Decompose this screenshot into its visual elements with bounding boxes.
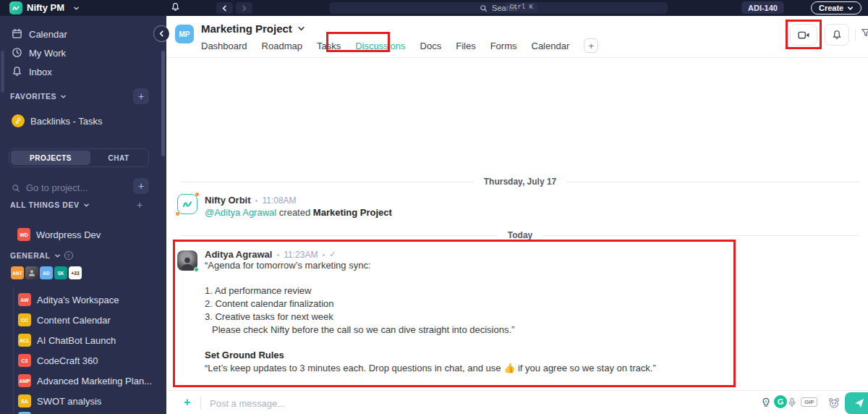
nifty-logo-icon[interactable] (9, 1, 22, 14)
project-label: Wordpress Dev (36, 229, 101, 240)
project-avatar[interactable]: MP (175, 25, 194, 43)
tab-roadmap[interactable]: Roadmap (262, 41, 302, 51)
microphone-icon[interactable] (787, 397, 797, 407)
sidebar-item-codecraft-360[interactable]: C3 CodeCraft 360 (18, 352, 98, 368)
avatar: ANT (11, 266, 24, 279)
search-icon (12, 184, 20, 193)
go-to-project-search[interactable]: Go to project... (12, 182, 88, 193)
add-to-dev-button[interactable]: + (137, 199, 142, 211)
add-tab-button[interactable]: + (584, 38, 598, 53)
sidebar-item-construction-project[interactable]: Construction project miles... (18, 410, 153, 414)
tree-guide-line (13, 286, 14, 414)
chevron-down-icon (60, 93, 67, 100)
sidebar-item-my-work[interactable]: My Work (0, 44, 166, 63)
create-button[interactable]: Create (811, 1, 861, 14)
paper-plane-icon (854, 397, 865, 409)
favorites-section-header[interactable]: FAVORITES (10, 92, 67, 101)
grammarly-icon[interactable]: G (774, 395, 787, 408)
inbox-bell-icon (12, 66, 22, 77)
message-line: 2. Content calendar finalization (205, 297, 762, 310)
emoji-icon[interactable] (828, 397, 840, 409)
online-status-dot (194, 267, 199, 272)
system-project-name: Marketing Project (313, 207, 392, 218)
system-message-header: Nifty Orbit • 11:08AM (205, 195, 297, 206)
collapse-sidebar-button[interactable] (154, 26, 169, 41)
general-members-avatars[interactable]: ANT AD SK +33 (11, 266, 82, 279)
tab-dashboard[interactable]: Dashboard (201, 41, 247, 51)
tab-tasks[interactable]: Tasks (317, 41, 341, 51)
message-time: 11:23AM (284, 250, 318, 260)
project-badge: AW (18, 293, 31, 306)
system-message-body: @Aditya Agrawal created Marketing Projec… (205, 207, 392, 218)
system-action-text: created (279, 207, 310, 218)
chevron-down-icon (297, 25, 305, 33)
sidebar-left-scrollbar[interactable] (1, 51, 4, 93)
send-message-button[interactable] (845, 392, 868, 414)
nifty-orbit-avatar[interactable] (177, 194, 197, 214)
message-header: Aditya Agrawal • 11:23AM • ✓ (205, 249, 336, 260)
calendar-icon (12, 28, 22, 39)
gif-button[interactable]: GIF (801, 397, 817, 407)
separator-dot: • (322, 250, 325, 259)
sidebar-item-label: My Work (29, 48, 66, 59)
today-divider: Today (181, 230, 859, 240)
general-section-header[interactable]: GENERAL ? (10, 251, 73, 260)
filter-funnel-icon[interactable] (861, 28, 868, 38)
history-forward-button[interactable] (236, 2, 252, 14)
link-icon (12, 114, 25, 127)
project-title-row[interactable]: Marketing Project (201, 22, 305, 35)
tab-docs[interactable]: Docs (420, 41, 442, 51)
message-author[interactable]: Aditya Agrawal (205, 249, 272, 260)
message-line: Please check Nifty before the call so we… (205, 324, 762, 337)
sidebar-item-wordpress-dev[interactable]: WD Wordpress Dev (17, 227, 101, 242)
sidebar-item-ai-chatbot-launch[interactable]: ACL AI ChatBot Launch (18, 332, 116, 348)
sidebar-item-backlinks-tasks[interactable]: Backlinks - Tasks (0, 112, 166, 131)
tab-discussions[interactable]: Discussions (355, 41, 405, 51)
sidebar-item-inbox[interactable]: Inbox (0, 63, 166, 82)
video-call-button[interactable] (790, 24, 817, 46)
project-label: AI ChatBot Launch (37, 335, 116, 346)
tab-calendar[interactable]: Calendar (532, 41, 570, 51)
brand-chevron-down-icon[interactable] (73, 5, 80, 12)
message-author[interactable]: Nifty Orbit (205, 195, 251, 206)
notifications-button[interactable] (825, 24, 849, 46)
orbit-dot (195, 193, 199, 196)
sidebar-item-content-calendar[interactable]: CC Content Calendar (18, 312, 111, 328)
lightbulb-icon[interactable] (761, 397, 771, 407)
avatar: SK (54, 266, 67, 279)
add-favorite-button[interactable]: + (133, 88, 149, 104)
chevron-down-icon (54, 253, 61, 259)
app-window: Nifty PM Search Ctrl K ADI-140 Create (0, 0, 868, 414)
sidebar-item-advanced-marketing-plan[interactable]: AMP Advanced Marketing Plan... (18, 373, 152, 389)
tab-forms[interactable]: Forms (490, 41, 517, 51)
sidebar-item-adityas-workspace[interactable]: AW Aditya's Workspace (18, 292, 119, 308)
sidebar-item-calendar[interactable]: Calendar (0, 25, 166, 44)
main-content: MP Marketing Project Dashboard Roadmap T… (166, 16, 868, 414)
tab-files[interactable]: Files (456, 41, 475, 51)
all-things-dev-section-header[interactable]: ALL THINGS DEV (10, 200, 90, 209)
sidebar-scrollbar[interactable] (161, 51, 165, 156)
topbar-bell-icon[interactable] (171, 2, 180, 12)
add-project-button[interactable]: + (133, 178, 149, 194)
toggle-chat-tab[interactable]: CHAT (90, 151, 147, 165)
plus-icon: + (138, 90, 144, 102)
sidebar-item-swot-analysis[interactable]: SA SWOT analysis (18, 393, 101, 409)
mention-link[interactable]: @Aditya Agrawal (205, 207, 276, 218)
nifty-logo-icon (182, 198, 193, 210)
history-back-button[interactable] (216, 2, 233, 14)
brand-title: Nifty PM (27, 2, 64, 13)
ticket-badge[interactable]: ADI-140 (741, 1, 784, 14)
orbit-dot (176, 212, 179, 216)
header-divider (855, 29, 856, 41)
attach-plus-icon[interactable]: + (184, 396, 190, 409)
project-badge: ACL (18, 334, 31, 347)
date-divider-label: Thursday, July 17 (474, 177, 566, 187)
dev-header-label: ALL THINGS DEV (10, 200, 80, 209)
general-header-label: GENERAL (10, 251, 51, 260)
post-message-input[interactable] (210, 394, 615, 412)
help-icon[interactable]: ? (64, 251, 73, 260)
toggle-projects-tab[interactable]: PROJECTS (11, 151, 90, 165)
date-divider: Thursday, July 17 (181, 177, 859, 187)
project-label: Aditya's Workspace (37, 295, 119, 305)
global-search-input[interactable]: Search (329, 2, 668, 14)
